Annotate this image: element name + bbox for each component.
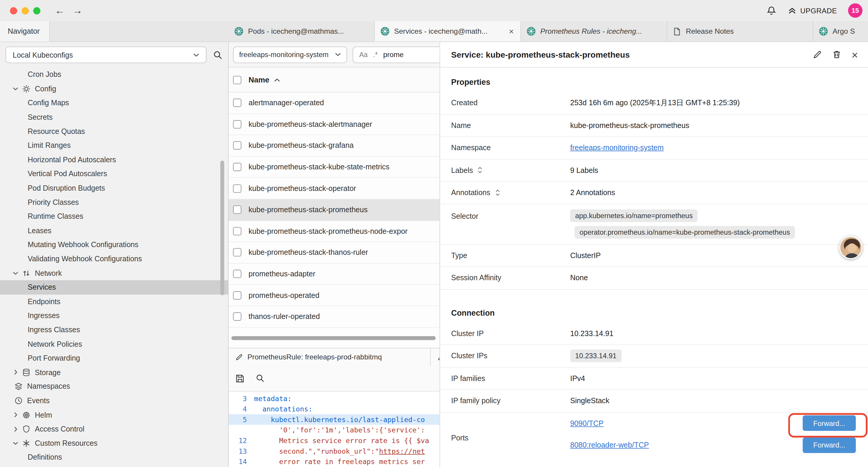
zoom-window-button[interactable] [33,7,40,14]
row-checkbox[interactable] [233,142,241,150]
back-button[interactable]: ← [55,5,65,16]
chevron-down-icon[interactable] [12,87,19,91]
port-link[interactable]: 8080:reloader-web/TCP [570,441,649,449]
sidebar-item-namespaces[interactable]: Namespaces [0,380,228,394]
detail-value[interactable]: 2 Annotations [570,188,855,197]
editor-search-icon[interactable] [256,374,265,383]
forward-button[interactable]: Forward... [803,415,856,431]
tab-prometheus-rules[interactable]: Prometheus Rules - icecheng... [521,21,667,41]
sidebar-item-limit-ranges[interactable]: Limit Ranges [0,138,228,152]
expand-collapse-icon[interactable] [495,188,500,196]
sidebar-item-ingress-classes[interactable]: Ingress Classes [0,323,228,337]
sidebar-item-port-forwarding[interactable]: Port Forwarding [0,351,228,365]
tab-services[interactable]: Services - icecheng@math... × [375,21,521,41]
sidebar-item-pod-disruption-budgets[interactable]: Pod Disruption Budgets [0,181,228,195]
sort-ascending-icon[interactable] [274,78,280,82]
row-checkbox[interactable] [233,270,241,278]
sidebar-item-ingresses[interactable]: Ingresses [0,309,228,323]
sidebar-item-services[interactable]: Services [0,280,228,294]
minimize-window-button[interactable] [22,7,29,14]
table-row[interactable]: kube-prometheus-stack-alertmanager [229,114,440,135]
regex-toggle[interactable]: .* [373,51,378,58]
sidebar-item-horizontal-pod-autoscalers[interactable]: Horizontal Pod Autoscalers [0,152,228,167]
editor-tab-next[interactable] [431,348,440,366]
avatar[interactable] [839,236,863,259]
row-checkbox[interactable] [233,227,241,235]
navigator-panel-tab[interactable]: Navigator [0,21,50,41]
row-checkbox[interactable] [233,291,241,299]
close-window-button[interactable] [10,7,17,14]
sidebar-item-storage[interactable]: Storage [0,365,228,380]
kubeconfig-selector[interactable]: Local Kubeconfigs [6,47,207,63]
forward-button[interactable]: → [72,5,83,16]
sidebar-item-vertical-pod-autoscalers[interactable]: Vertical Pod Autoscalers [0,167,228,181]
sidebar-item-runtime-classes[interactable]: Runtime Classes [0,209,228,224]
match-case-toggle[interactable]: Aa [359,51,368,58]
sidebar-item-config-maps[interactable]: Config Maps [0,96,228,110]
tab-release-notes[interactable]: Release Notes [667,21,813,41]
forward-button[interactable]: Forward... [803,437,856,453]
row-checkbox[interactable] [233,184,241,193]
chevron-right-icon[interactable] [12,426,19,432]
namespace-filter-select[interactable]: freeleaps-monitoring-system [233,46,347,63]
row-checkbox[interactable] [233,206,241,214]
tab-argo[interactable]: Argo S [813,21,868,41]
table-row[interactable]: kube-prometheus-stack-grafana [229,135,440,157]
table-row[interactable]: alertmanager-operated [229,92,440,114]
sidebar-item-events[interactable]: Events [0,394,228,408]
select-all-checkbox[interactable] [233,76,241,84]
table-row[interactable]: prometheus-adapter [229,263,440,285]
chevron-down-icon[interactable] [12,271,19,275]
search-input[interactable]: prome [383,51,404,59]
close-tab-icon[interactable]: × [508,27,515,36]
url-link[interactable]: https://net [379,445,425,456]
save-icon[interactable] [235,374,245,383]
yaml-editor[interactable]: 3metadata: 4 annotations: 5 kubectl.kube… [229,391,440,467]
chevron-down-icon[interactable] [12,441,19,445]
sidebar-item-resource-quotas[interactable]: Resource Quotas [0,124,228,138]
horizontal-scrollbar-thumb[interactable] [231,336,435,340]
chevron-right-icon[interactable] [12,412,19,418]
namespace-link[interactable]: freeleaps-monitoring-system [570,144,664,152]
chevron-right-icon[interactable] [12,370,19,375]
table-row[interactable]: prometheus-operated [229,285,440,306]
sidebar-item-helm[interactable]: Helm [0,408,228,422]
sidebar-item-custom-resources[interactable]: Custom Resources [0,436,228,450]
name-column-header[interactable]: Name [248,76,269,84]
edit-pencil-icon[interactable] [813,50,822,59]
row-checkbox[interactable] [233,163,241,171]
sidebar-item-definitions[interactable]: Definitions [0,450,228,464]
trash-icon[interactable] [832,50,842,59]
row-checkbox[interactable] [233,99,241,107]
sidebar-item-validating-webhook-configurations[interactable]: Validating Webhook Configurations [0,252,228,266]
table-row-selected[interactable]: kube-prometheus-stack-prometheus [229,199,440,221]
notification-count-badge[interactable]: 15 [848,3,863,18]
table-row[interactable]: kube-prometheus-stack-kube-state-metrics [229,157,440,178]
sidebar-search-icon[interactable] [213,50,222,60]
row-checkbox[interactable] [233,248,241,257]
sidebar-item-endpoints[interactable]: Endpoints [0,294,228,309]
tab-pods[interactable]: Pods - icecheng@mathmas... [229,21,375,41]
sidebar-item-network[interactable]: Network [0,266,228,280]
sidebar-item-leases[interactable]: Leases [0,224,228,238]
table-row[interactable]: thanos-ruler-operated [229,306,440,327]
sidebar-item-priority-classes[interactable]: Priority Classes [0,195,228,209]
sidebar-item-access-control[interactable]: Access Control [0,422,228,436]
notifications-bell-icon[interactable] [766,5,776,16]
row-checkbox[interactable] [233,313,241,321]
port-link[interactable]: 9090/TCP [570,419,603,428]
expand-collapse-icon[interactable] [477,167,483,174]
sidebar-item-config[interactable]: Config [0,82,228,96]
row-checkbox[interactable] [233,120,241,128]
table-row[interactable]: kube-prometheus-stack-operator [229,178,440,199]
table-row[interactable]: kube-prometheus-stack-prometheus-node-ex… [229,221,440,242]
list-search-box[interactable]: Aa .* prome [353,46,440,63]
sidebar-item-cron-jobs[interactable]: Cron Jobs [0,68,228,82]
detail-value[interactable]: 9 Labels [570,166,855,174]
upgrade-button[interactable]: UPGRADE [788,6,837,15]
close-drawer-icon[interactable]: × [851,49,858,60]
sidebar-item-mutating-webhook-configurations[interactable]: Mutating Webhook Configurations [0,238,228,252]
sidebar-item-secrets[interactable]: Secrets [0,110,228,124]
sidebar-scrollbar[interactable] [220,160,224,295]
table-row[interactable]: kube-prometheus-stack-thanos-ruler [229,242,440,263]
